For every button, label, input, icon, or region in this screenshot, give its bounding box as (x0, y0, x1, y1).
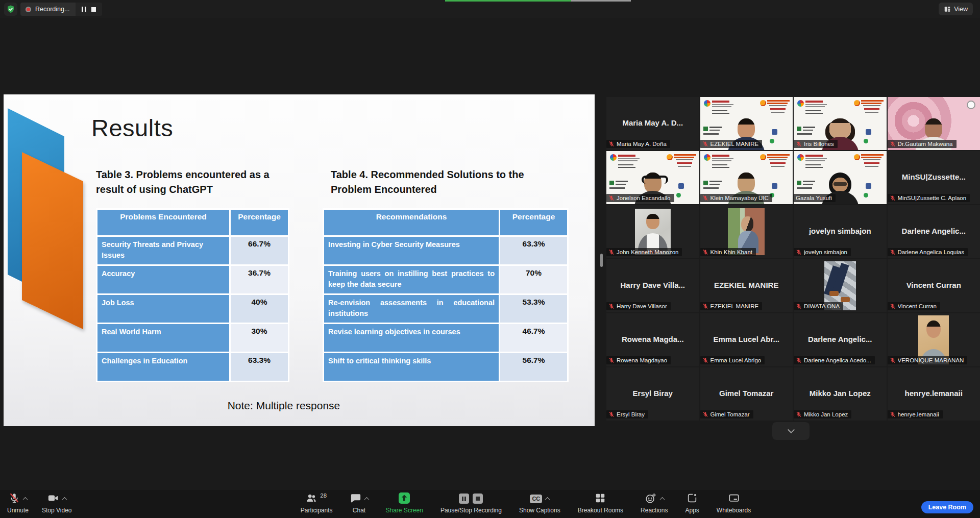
toolbar-whiteboards-button[interactable]: Whiteboards (717, 492, 751, 514)
participant-name-label: Harry Dave Villasor (606, 302, 671, 310)
chevron-up-icon[interactable] (659, 497, 665, 502)
table4: RecommendationsPercentageInvesting in Cy… (323, 208, 569, 382)
toolbar-chat-button[interactable]: Chat (350, 492, 369, 514)
table-label-cell: Re-envision assessments in educational i… (324, 295, 499, 323)
security-shield-icon[interactable] (4, 3, 17, 16)
participant-tile[interactable]: jovelyn simbajonjovelyn simbajon (794, 205, 887, 258)
mic-muted-icon (702, 195, 708, 201)
virtual-background-logo (797, 154, 804, 161)
participant-name-label: Maria May A. Doña (606, 140, 670, 148)
stop-recording-button[interactable] (91, 7, 96, 12)
virtual-background-logo (772, 183, 777, 189)
table-label-cell: Security Threats and Privacy Issues (97, 237, 229, 264)
table-percentage-cell: 46.7% (500, 324, 567, 352)
participant-tile[interactable]: Emma Lucel Abr...Emma Lucel Abrigo (700, 313, 793, 366)
leave-room-button[interactable]: Leave Room (921, 501, 973, 513)
participant-tile[interactable]: EZEKIEL MANIRE (700, 97, 793, 150)
participant-display-name: Mikko Jan Lopez (796, 389, 885, 398)
toolbar-item-label: Reactions (641, 507, 668, 514)
participant-tile[interactable]: Darlene Angelic...Darlene Angelica Acedo… (794, 313, 887, 366)
table-percentage-cell: 63.3% (500, 237, 567, 264)
toolbar-reactions-button[interactable]: Reactions (641, 492, 668, 514)
participant-tile[interactable]: Harry Dave Villa...Harry Dave Villasor (606, 259, 699, 312)
gallery-scroll-down-button[interactable] (772, 422, 810, 440)
participant-tile[interactable]: EZEKIEL MANIREEZEKIEL MANIRE (700, 259, 793, 312)
participant-tile[interactable]: Vincent CurranVincent Curran (888, 259, 980, 312)
mic-muted-icon (608, 411, 615, 417)
virtual-background-logo (676, 193, 681, 198)
table-percentage-cell: 56.7% (500, 353, 567, 381)
participant-tile[interactable]: MATATAGJohn Kenneth Manozon (606, 205, 699, 258)
cc-icon: CC (530, 495, 542, 503)
table-label-cell: Accuracy (97, 266, 229, 293)
table-header-cell: Percentage (231, 210, 288, 235)
toolbar-item-label: Pause/Stop Recording (440, 507, 502, 514)
toolbar-show-captions-button[interactable]: CCShow Captions (519, 492, 560, 514)
participant-tile[interactable]: Mikko Jan LopezMikko Jan Lopez (794, 367, 887, 421)
chevron-up-icon[interactable] (364, 497, 369, 502)
participant-tile[interactable]: Gazala Yusufi (794, 151, 887, 204)
participant-gallery: Maria May A. D...Maria May A. DoñaEZEKIE… (606, 97, 980, 422)
participant-name-label: Ersyl Biray (606, 410, 648, 418)
toolbar-participants-button[interactable]: 28Participants (301, 492, 333, 514)
recording-indicator: Recording... (20, 3, 102, 16)
table-percentage-cell: 30% (231, 324, 288, 352)
participant-tile[interactable]: MinSU|Zussette...MinSU|Zussette C. Aplao… (888, 151, 980, 204)
view-grid-icon (944, 6, 951, 13)
participant-name-label: Mikko Jan Lopez (794, 410, 851, 418)
participant-tile[interactable]: Darlene Angelic...Darlene Angelica Loqui… (888, 205, 980, 258)
recording-dot-icon (26, 7, 31, 12)
participant-tile[interactable]: DIWATA ONA (794, 259, 887, 312)
toolbar-unmute-button[interactable]: Unmute (7, 492, 29, 514)
virtual-background-logo (618, 155, 642, 170)
view-button[interactable]: View (939, 3, 973, 15)
table-percentage-cell: 66.7% (231, 237, 288, 264)
chevron-down-icon (787, 426, 794, 433)
toolbar-pause-stop-recording-button[interactable]: Pause/Stop Recording (440, 492, 502, 514)
panel-splitter-handle[interactable] (600, 254, 603, 267)
participant-tile[interactable]: Maria May A. D...Maria May A. Doña (606, 97, 699, 150)
participant-tile[interactable]: Jonelson Escandallo (606, 151, 699, 204)
toolbar-apps-button[interactable]: Apps (685, 492, 699, 514)
participant-tile[interactable]: Dr.Gautam Makwana (888, 97, 980, 150)
virtual-background-logo (866, 129, 871, 135)
participant-name-label: Darlene Angelica Acedo... (794, 356, 875, 364)
table-label-cell: Shift to critical thinking skills (324, 353, 499, 381)
table-header-cell: Percentage (500, 210, 567, 235)
virtual-background-logo (854, 154, 860, 160)
toolbar-item-label: Whiteboards (717, 507, 751, 514)
participant-tile[interactable]: Klein Mamayabay UIC (700, 151, 793, 204)
participant-display-name: EZEKIEL MANIRE (702, 281, 791, 289)
virtual-background-logo (864, 193, 868, 198)
mic-muted-icon (608, 303, 615, 309)
participant-tile[interactable]: Iris Billones (794, 97, 887, 150)
participant-display-name: Gimel Tomazar (702, 389, 791, 398)
pause-recording-button[interactable] (82, 7, 86, 12)
table-percentage-cell: 63.3% (231, 353, 288, 381)
slide-table3-section: Table 3. Problems encountered as a resul… (96, 167, 296, 382)
participant-tile[interactable]: VERONIQUE MARANAN (888, 313, 980, 366)
toolbar-breakout-rooms-button[interactable]: Breakout Rooms (578, 492, 623, 514)
table-label-cell: Investing in Cyber Security Measures (324, 237, 499, 264)
participant-display-name: Vincent Curran (890, 281, 978, 289)
participant-tile[interactable]: Gimel TomazarGimel Tomazar (700, 367, 793, 421)
table3: Problems EncounteredPercentageSecurity T… (96, 208, 289, 382)
participant-display-name: Emma Lucel Abr... (702, 335, 791, 343)
chevron-up-icon[interactable] (545, 497, 550, 502)
chevron-up-icon[interactable] (62, 497, 67, 502)
participant-display-name: henrye.lemanaii (890, 389, 978, 398)
toolbar-stop-video-button[interactable]: Stop Video (42, 492, 72, 514)
participant-tile[interactable]: henrye.lemanaiihenrye.lemanaii (888, 367, 980, 421)
toolbar-share-screen-button[interactable]: Share Screen (386, 492, 423, 514)
participant-name-label: Jonelson Escandallo (606, 194, 674, 202)
chevron-up-icon[interactable] (23, 497, 28, 502)
mic-muted-icon (890, 141, 896, 147)
participant-tile[interactable]: Ersyl BirayErsyl Biray (606, 367, 699, 421)
table-label-cell: Revise learning objectives in courses (324, 324, 499, 352)
participant-tile[interactable]: Khin Khin Khant (700, 205, 793, 258)
stop-icon (473, 494, 483, 504)
virtual-background-logo (805, 101, 829, 116)
slide-title: Results (91, 114, 173, 142)
mic-muted-icon (796, 357, 802, 363)
participant-tile[interactable]: Rowena Magda...Rowena Magdayao (606, 313, 699, 366)
